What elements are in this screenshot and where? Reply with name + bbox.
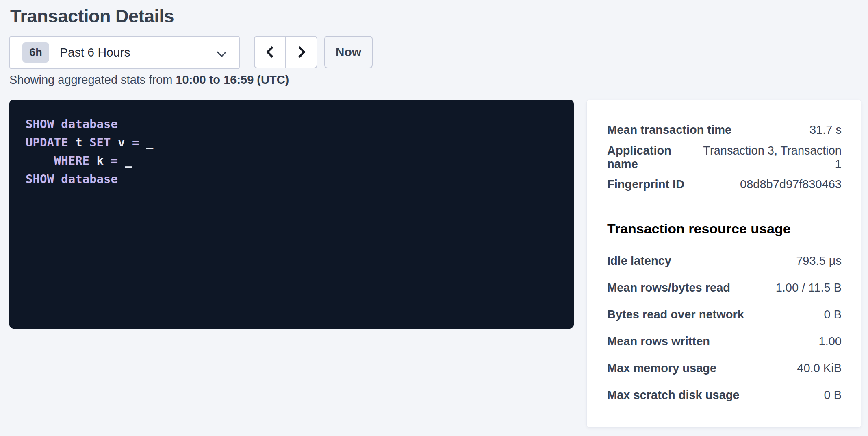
stat-value: Transaction 3, Transaction 1 — [701, 144, 842, 171]
sql-keyword: SET — [89, 135, 111, 149]
aggregated-stats-prefix: Showing aggregated stats from — [9, 73, 176, 86]
sql-identifier: k — [89, 154, 111, 168]
stat-label: Application name — [607, 144, 701, 171]
stat-label: Fingerprint ID — [607, 178, 684, 191]
transaction-details-card: Mean transaction time31.7 sApplication n… — [586, 100, 861, 428]
time-range-dropdown[interactable]: 6h Past 6 Hours — [9, 36, 240, 69]
sql-keyword: = — [111, 154, 118, 168]
sql-keyword: UPDATE — [26, 135, 68, 149]
stat-row: Max scratch disk usage0 B — [607, 382, 842, 408]
stat-value: 1.00 / 11.5 B — [776, 281, 842, 294]
time-range-selected-label: Past 6 Hours — [60, 46, 130, 59]
stat-row: Mean rows written1.00 — [607, 328, 842, 355]
stat-row: Fingerprint ID08d8b7d97f830463 — [607, 171, 842, 198]
resource-usage-section-title: Transaction resource usage — [607, 221, 842, 237]
stat-label: Idle latency — [607, 254, 671, 268]
stat-value: 31.7 s — [809, 123, 842, 137]
now-button[interactable]: Now — [324, 36, 373, 68]
stat-label: Bytes read over network — [607, 308, 744, 321]
stat-row: Max memory usage40.0 KiB — [607, 355, 842, 382]
stat-row: Mean rows/bytes read1.00 / 11.5 B — [607, 274, 842, 301]
stat-value: 1.00 — [819, 335, 842, 348]
stat-row: Idle latency793.5 µs — [607, 247, 842, 274]
stat-row: Bytes read over network0 B — [607, 301, 842, 328]
stat-value: 0 B — [824, 388, 842, 402]
transaction-sql-statements: SHOW database UPDATE t SET v = _ WHERE k… — [9, 100, 574, 329]
sql-identifier: v — [111, 135, 132, 149]
time-range-badge: 6h — [22, 42, 49, 63]
stat-value: 793.5 µs — [796, 254, 842, 268]
stat-value: 0 B — [824, 308, 842, 321]
aggregated-stats-caption: Showing aggregated stats from 10:00 to 1… — [9, 73, 289, 87]
sql-identifier: t — [68, 135, 89, 149]
sql-identifier: _ — [118, 154, 132, 168]
sql-identifier — [26, 154, 54, 168]
sql-keyword: SHOW database — [26, 172, 118, 186]
chevron-down-icon — [217, 47, 226, 57]
stat-value: 40.0 KiB — [797, 362, 842, 375]
stat-label: Mean transaction time — [607, 123, 731, 137]
stat-value: 08d8b7d97f830463 — [740, 178, 842, 191]
stat-label: Max memory usage — [607, 362, 716, 375]
stat-label: Max scratch disk usage — [607, 388, 740, 402]
chevron-left-icon — [266, 46, 277, 58]
stat-row: Mean transaction time31.7 s — [607, 116, 842, 144]
previous-time-window-button[interactable] — [255, 37, 285, 68]
next-time-window-button[interactable] — [285, 37, 317, 68]
sql-code: SHOW database UPDATE t SET v = _ WHERE k… — [26, 115, 558, 188]
summary-rows: Mean transaction time31.7 sApplication n… — [607, 116, 842, 198]
sql-keyword: SHOW database — [26, 117, 118, 131]
page-title: Transaction Details — [10, 6, 174, 27]
stat-label: Mean rows written — [607, 335, 710, 348]
sql-keyword: WHERE — [54, 154, 89, 168]
chevron-right-icon — [294, 46, 305, 58]
stat-label: Mean rows/bytes read — [607, 281, 730, 294]
usage-rows: Idle latency793.5 µsMean rows/bytes read… — [607, 247, 842, 408]
aggregated-stats-range: 10:00 to 16:59 (UTC) — [176, 73, 289, 86]
time-window-nav — [254, 36, 317, 68]
stat-row: Application nameTransaction 3, Transacti… — [607, 144, 842, 171]
sql-identifier: _ — [139, 135, 153, 149]
sql-keyword: = — [132, 135, 139, 149]
card-divider — [607, 209, 842, 209]
